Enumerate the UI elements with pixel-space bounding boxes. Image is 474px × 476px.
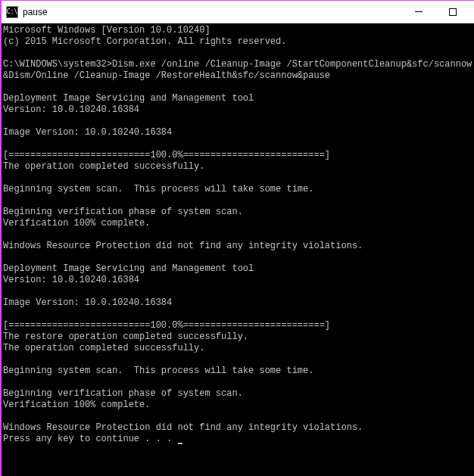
minimize-button[interactable] [401,2,435,23]
terminal-line: Verification 100% complete. [3,400,474,411]
maximize-icon [449,8,457,16]
terminal-line: [==========================100.0%=======… [3,320,474,331]
terminal-line [3,173,474,184]
terminal-line [3,116,474,127]
terminal-line: Image Version: 10.0.10240.16384 [3,297,474,309]
terminal-line: [==========================100.0%=======… [3,150,474,161]
terminal-line: Image Version: 10.0.10240.16384 [3,127,474,138]
terminal-line: Press any key to continue . . . [3,434,474,445]
titlebar[interactable]: C:\ pause [2,1,474,23]
cursor [178,443,182,444]
window-title: pause [23,7,401,17]
terminal-line: (c) 2015 Microsoft Corporation. All righ… [3,36,474,48]
terminal-output[interactable]: Microsoft Windows [Version 10.0.10240](c… [2,23,474,476]
terminal-line [3,82,474,93]
terminal-line: Version: 10.0.10240.16384 [3,104,474,116]
terminal-line: Deployment Image Servicing and Managemen… [3,263,474,275]
terminal-line: The operation completed successfully. [3,343,474,354]
terminal-line [3,354,474,366]
terminal-line [3,229,474,241]
terminal-line [3,48,474,59]
terminal-line [3,377,474,388]
terminal-line: Beginning verification phase of system s… [3,207,474,218]
terminal-line: Beginning system scan. This process will… [3,366,474,377]
terminal-line [3,195,474,207]
terminal-line: Beginning verification phase of system s… [3,388,474,400]
terminal-line: C:\WINDOWS\system32>Dism.exe /online /Cl… [3,59,474,82]
terminal-line [3,286,474,297]
terminal-line: Deployment Image Servicing and Managemen… [3,93,474,104]
terminal-line: Beginning system scan. This process will… [3,184,474,195]
terminal-line [3,411,474,422]
minimize-icon [415,11,423,12]
terminal-line: The operation completed successfully. [3,161,474,173]
terminal-line: Windows Resource Protection did not find… [3,422,474,434]
terminal-line: Microsoft Windows [Version 10.0.10240] [3,25,474,36]
window-controls [401,2,469,23]
terminal-line: Windows Resource Protection did not find… [3,241,474,252]
terminal-line [3,309,474,320]
terminal-line: The restore operation completed successf… [3,331,474,343]
window: C:\ pause Microsoft Windows [Version 10.… [2,1,474,476]
terminal-line [3,252,474,263]
terminal-line [3,138,474,150]
terminal-line: Version: 10.0.10240.16384 [3,275,474,286]
terminal-line: Verification 100% complete. [3,218,474,229]
cmd-icon: C:\ [6,6,18,18]
maximize-button[interactable] [435,2,469,23]
